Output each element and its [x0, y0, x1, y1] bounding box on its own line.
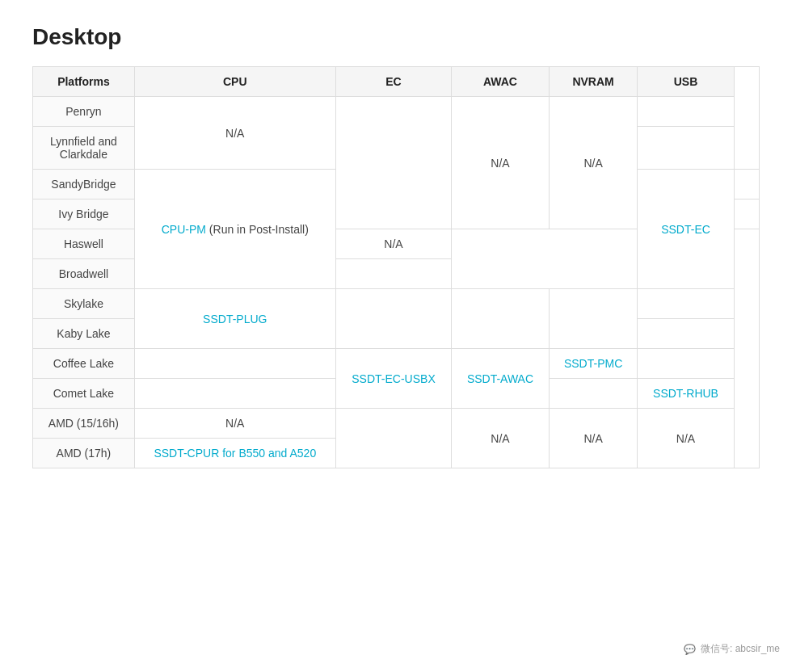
nvram-cell: N/A — [549, 97, 638, 229]
usb-cell: SSDT-RHUB — [638, 379, 734, 409]
cpu-cell: N/A — [134, 97, 335, 170]
page-title: Desktop — [32, 24, 764, 50]
table-row: AMD (17h) — [33, 439, 135, 468]
nvram-cell: SSDT-PMC — [549, 349, 638, 379]
col-ec: EC — [335, 67, 452, 97]
awac-cell: N/A — [452, 409, 549, 468]
ec-cell — [335, 97, 452, 229]
awac-cell — [452, 289, 549, 349]
table-row: Haswell — [33, 229, 135, 259]
table-row: Broadwell — [33, 259, 135, 289]
usb-cell — [638, 289, 734, 319]
col-cpu: CPU — [134, 67, 335, 97]
nvram-cell: N/A — [549, 409, 638, 468]
usb-cell — [638, 127, 734, 170]
col-nvram: NVRAM — [549, 67, 638, 97]
table-row: AMD (15/16h) — [33, 409, 135, 439]
cpu-cell[interactable]: SSDT-CPUR for B550 and A520 — [134, 439, 335, 468]
table-row: Ivy Bridge — [33, 200, 135, 229]
usb-cell: N/A — [638, 409, 734, 468]
col-usb: USB — [638, 67, 734, 97]
nvram-cell — [549, 379, 638, 409]
ec-cell: SSDT-EC — [638, 170, 734, 289]
cpu-cell — [134, 379, 335, 409]
cpu-cell: SSDT-PLUG — [134, 289, 335, 349]
usb-cell — [638, 97, 734, 127]
usb-cell: N/A — [335, 229, 452, 259]
ec-cell: SSDT-EC-USBX — [335, 349, 452, 409]
col-platforms: Platforms — [33, 67, 135, 97]
table-row: Penryn — [33, 97, 135, 127]
awac-cell: N/A — [452, 97, 549, 229]
table-row: Lynnfield andClarkdale — [33, 127, 135, 170]
table-row: Kaby Lake — [33, 319, 135, 349]
ec-cell — [335, 409, 452, 468]
nvram-cell — [549, 289, 638, 349]
col-awac: AWAC — [452, 67, 549, 97]
cpu-cell: N/A — [134, 409, 335, 439]
awac-cell: SSDT-AWAC — [452, 349, 549, 409]
table-row: Coffee Lake — [33, 349, 135, 379]
table-row: SandyBridge — [33, 170, 135, 200]
usb-cell — [638, 349, 734, 379]
usb-cell — [638, 319, 734, 349]
cpu-cell — [134, 349, 335, 379]
table-row: Skylake — [33, 289, 135, 319]
table-row: Comet Lake — [33, 379, 135, 409]
usb-cell — [335, 259, 452, 289]
ec-cell — [335, 289, 452, 349]
cpu-cell[interactable]: CPU-PM (Run in Post-Install) — [134, 170, 335, 289]
platforms-table: Platforms CPU EC AWAC NVRAM USB PenrynN/… — [32, 66, 760, 468]
usb-cell — [734, 170, 759, 200]
usb-cell — [734, 200, 759, 229]
